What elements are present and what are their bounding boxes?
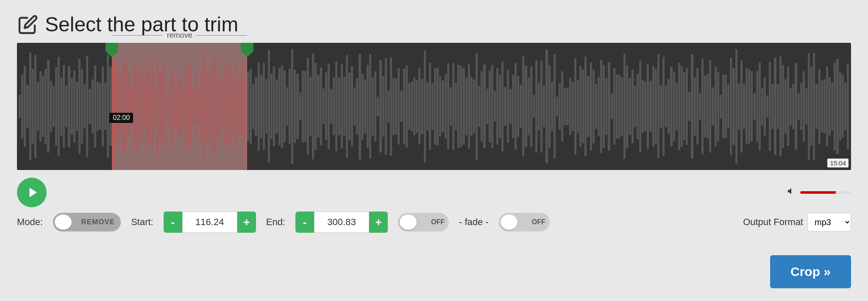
waveform-bar	[47, 60, 49, 153]
waveform-bar	[593, 70, 595, 143]
waveform-bar	[348, 72, 351, 140]
waveform-bar	[34, 55, 36, 159]
waveform-bar	[489, 70, 491, 142]
waveform-bar	[109, 67, 111, 146]
waveform-bar	[821, 81, 823, 132]
start-plus-button[interactable]: +	[237, 212, 256, 233]
waveform-bar	[634, 86, 636, 127]
handle-right[interactable]	[241, 43, 253, 57]
waveform-bar	[281, 65, 283, 148]
waveform-bar	[483, 64, 485, 149]
waveform-bar	[78, 59, 81, 154]
waveform-bar	[629, 78, 631, 135]
start-value: 116.24	[182, 212, 237, 233]
waveform-bar	[465, 78, 467, 135]
waveform-bar	[278, 68, 281, 145]
waveform-bar	[543, 86, 545, 128]
mode-toggle[interactable]: REMOVE	[53, 213, 121, 231]
waveform-bar	[813, 53, 815, 159]
waveform-bar	[294, 70, 296, 143]
waveform-bar	[644, 81, 646, 131]
end-value: 300.83	[314, 212, 369, 233]
waveform-bar	[730, 58, 732, 156]
waveform-bar	[528, 78, 530, 135]
handle-left[interactable]	[106, 43, 118, 57]
waveform-bar	[473, 79, 475, 134]
start-label: Start:	[131, 217, 153, 228]
waveform-bar	[291, 49, 293, 164]
waveform-bar	[517, 76, 519, 137]
waveform-bar	[37, 82, 39, 131]
playhead	[112, 43, 113, 170]
waveform-bar	[284, 70, 286, 142]
waveform-bar	[55, 67, 57, 146]
waveform-bar	[416, 80, 418, 133]
fade-in-toggle[interactable]: OFF	[398, 213, 449, 231]
waveform-bar	[533, 95, 535, 117]
waveform-bar	[24, 66, 26, 148]
waveform-bar	[823, 79, 826, 134]
waveform-bar	[367, 65, 369, 148]
volume-slider[interactable]	[800, 191, 851, 194]
waveform-bar	[333, 78, 335, 136]
waveform-bar	[556, 97, 558, 117]
waveform-bar	[359, 54, 361, 159]
waveform-bar	[815, 84, 818, 128]
end-minus-button[interactable]: -	[295, 212, 314, 233]
waveform-bar	[395, 78, 397, 135]
waveform-bar	[335, 61, 337, 152]
waveform-bar	[839, 72, 841, 141]
waveform-bar	[42, 76, 44, 137]
waveform-bar	[92, 79, 94, 134]
waveform-bar	[836, 59, 838, 153]
waveform-bar	[834, 62, 836, 150]
waveform-bar	[668, 79, 670, 134]
waveform-bar	[275, 80, 278, 133]
waveform-bar	[803, 71, 805, 142]
fade-out-toggle[interactable]: OFF	[499, 213, 550, 231]
waveform-bar	[387, 90, 389, 123]
waveform-bar	[353, 87, 356, 126]
svg-marker-0	[106, 43, 118, 57]
waveform-bar	[566, 88, 568, 125]
waveform-bar	[564, 88, 566, 125]
waveform-bar	[621, 77, 623, 135]
end-plus-button[interactable]: +	[369, 212, 388, 233]
end-label: End:	[266, 217, 285, 228]
waveform-bar	[652, 66, 654, 147]
output-format-select[interactable]: mp3 wav ogg aac	[807, 213, 851, 231]
waveform-bar	[260, 75, 262, 138]
waveform-bar	[408, 83, 410, 129]
waveform-bar	[584, 56, 587, 156]
waveform-bar	[83, 84, 86, 128]
start-minus-button[interactable]: -	[164, 212, 182, 233]
waveform-bar	[32, 69, 34, 144]
waveform[interactable]: 02:00 15:04	[17, 43, 851, 170]
fade-label: - fade -	[459, 217, 489, 228]
waveform-bar	[769, 62, 771, 151]
waveform-bar	[286, 87, 288, 126]
waveform-bar	[362, 73, 364, 139]
waveform-bar	[639, 61, 641, 153]
toggle-circle-mode	[55, 215, 72, 230]
waveform-bar	[263, 63, 265, 150]
waveform-bar	[798, 93, 800, 120]
waveform-bar	[304, 71, 306, 142]
waveform-bar	[45, 69, 47, 145]
waveform-bar	[478, 86, 480, 127]
waveform-bar	[252, 84, 254, 129]
waveform-bar	[265, 79, 267, 134]
waveform-bar	[382, 76, 384, 136]
waveform-bar	[447, 64, 449, 149]
waveform-bar	[411, 82, 413, 131]
waveform-bar	[99, 83, 101, 130]
selection-overlay[interactable]	[112, 43, 247, 170]
waveform-bar	[681, 66, 683, 147]
crop-button[interactable]: Crop »	[770, 255, 851, 288]
waveform-bar	[509, 89, 512, 124]
waveform-bar	[462, 68, 465, 145]
waveform-bar	[561, 71, 563, 142]
play-button[interactable]	[17, 178, 47, 207]
waveform-bar	[545, 50, 548, 163]
waveform-bar	[647, 64, 649, 149]
